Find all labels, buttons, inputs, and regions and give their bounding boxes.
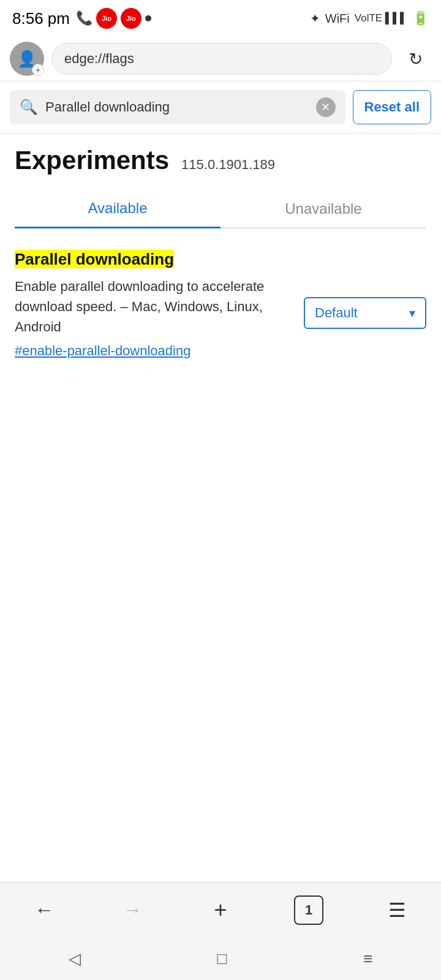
search-input[interactable] [45,99,309,115]
jio-badge-1: Jio [96,8,117,29]
system-home-icon: □ [217,949,227,968]
add-icon: + [214,897,227,923]
back-button[interactable]: ← [20,892,69,929]
system-recents-icon: ≡ [363,949,372,968]
clear-search-button[interactable]: ✕ [316,97,336,117]
tabs-count-badge: 1 [294,895,323,925]
system-back-button[interactable]: ◁ [69,949,81,968]
refresh-icon: ↻ [409,49,423,69]
ai-icon: ✦ [310,11,320,26]
signal-icon: VolTE ▌▌▌ [355,12,407,24]
flag-title: Parallel downloading [15,250,174,268]
tab-unavailable[interactable]: Unavailable [221,190,426,227]
status-time: 8:56 pm [12,9,70,28]
status-icons-group: 📞 Jio Jio [76,8,151,29]
clear-icon: ✕ [321,100,330,114]
experiments-title: Experiments [15,146,169,175]
experiments-header: Experiments 115.0.1901.189 [15,146,426,175]
flag-item: Parallel downloading Enable parallel dow… [15,248,426,359]
menu-icon: ☰ [388,899,406,922]
search-icon: 🔍 [20,99,38,116]
browser-bar: 👤 edge://flags ↻ [0,37,441,81]
system-recents-button[interactable]: ≡ [363,949,372,968]
tabs-button[interactable]: 1 [284,892,333,929]
status-left: 8:56 pm 📞 Jio Jio [12,8,151,29]
reset-all-button[interactable]: Reset all [353,90,432,124]
forward-icon: → [123,899,142,921]
flag-description: Enable parallel downloading to accelerat… [15,276,294,337]
flag-control: Default ▾ [304,297,426,329]
add-tab-button[interactable]: + [196,892,245,929]
tabs-count: 1 [305,902,312,918]
jio-badge-2: Jio [121,8,141,29]
bottom-nav: ← → + 1 ☰ [0,882,441,937]
flag-info: Parallel downloading Enable parallel dow… [15,248,294,359]
search-box: 🔍 ✕ [10,90,345,124]
refresh-button[interactable]: ↻ [399,43,431,75]
system-nav: ◁ □ ≡ [0,937,441,980]
status-right: ✦ WiFi VolTE ▌▌▌ 🔋 [310,10,429,26]
system-home-button[interactable]: □ [217,949,227,968]
toolbar-area: 🔍 ✕ Reset all [0,81,441,134]
back-icon: ← [34,899,54,921]
forward-button[interactable]: → [108,892,157,929]
url-text: edge://flags [64,51,134,67]
url-bar[interactable]: edge://flags [51,43,392,75]
tabs-container: Available Unavailable [15,190,426,228]
system-back-icon: ◁ [69,949,81,968]
version-number: 115.0.1901.189 [181,157,275,173]
call-icon: 📞 [76,10,92,26]
wifi-icon: WiFi [325,12,350,26]
status-bar: 8:56 pm 📞 Jio Jio ✦ WiFi VolTE ▌▌▌ 🔋 [0,0,441,37]
profile-button[interactable]: 👤 [10,42,44,76]
flag-link[interactable]: #enable-parallel-downloading [15,343,294,359]
profile-icon: 👤 [17,50,37,69]
menu-button[interactable]: ☰ [372,892,421,929]
flag-dropdown-button[interactable]: Default ▾ [304,297,426,329]
battery-icon: 🔋 [412,10,429,26]
dropdown-value: Default [315,305,358,321]
dot-indicator [145,15,151,21]
tab-available[interactable]: Available [15,190,221,228]
chevron-down-icon: ▾ [409,306,415,320]
content-area: Experiments 115.0.1901.189 Available Una… [0,134,441,359]
